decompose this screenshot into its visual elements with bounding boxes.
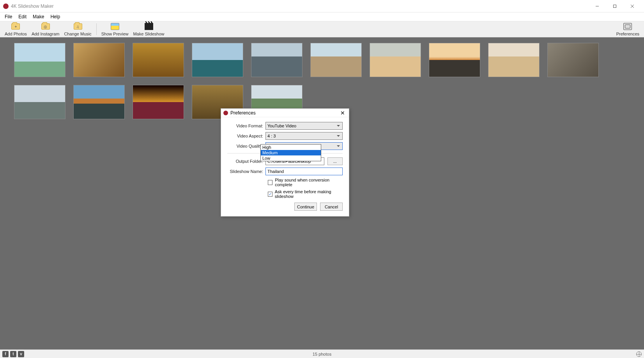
- dialog-app-icon: [223, 111, 228, 115]
- video-format-value: YouTube Video: [267, 123, 296, 128]
- preferences-dialog: Preferences ✕ Video Format: YouTube Vide…: [221, 108, 349, 217]
- folder-instagram-icon: ◎: [41, 22, 51, 31]
- make-slideshow-button[interactable]: Make Slideshow: [131, 21, 166, 37]
- clapperboard-icon: [144, 22, 154, 31]
- video-aspect-label: Video Aspect:: [227, 134, 265, 138]
- window-controls: [588, 0, 641, 12]
- facebook-icon[interactable]: f: [2, 351, 9, 357]
- video-aspect-value: 4 : 3: [267, 134, 276, 138]
- add-photos-button[interactable]: + Add Photos: [2, 21, 29, 37]
- menubar: File Edit Make Help: [0, 12, 644, 21]
- ask-every-time-checkbox[interactable]: ✓: [268, 192, 272, 197]
- quality-option-medium[interactable]: Medium: [261, 150, 321, 155]
- quality-option-high[interactable]: High: [261, 145, 321, 150]
- change-music-button[interactable]: ♫ Change Music: [62, 21, 94, 37]
- continue-button[interactable]: Continue: [294, 203, 317, 211]
- cancel-button[interactable]: Cancel: [320, 203, 343, 211]
- make-slideshow-label: Make Slideshow: [133, 32, 164, 36]
- titlebar: 4K Slideshow Maker: [0, 0, 644, 12]
- preview-icon: [110, 22, 120, 31]
- thumbnail[interactable]: [133, 85, 184, 119]
- preferences-label: Preferences: [616, 32, 639, 36]
- video-quality-dropdown: High Medium Low: [260, 144, 321, 161]
- thumbnail[interactable]: [73, 43, 125, 77]
- thumbnail[interactable]: [251, 43, 303, 77]
- show-preview-button[interactable]: Show Preview: [99, 21, 131, 37]
- play-sound-checkbox-label: Play sound when conversion complete: [275, 178, 343, 187]
- dialog-close-button[interactable]: ✕: [339, 110, 347, 116]
- change-music-label: Change Music: [64, 32, 91, 36]
- video-quality-label: Video Quality:: [227, 144, 265, 148]
- thumbnail[interactable]: [73, 85, 125, 119]
- menu-make[interactable]: Make: [30, 13, 47, 20]
- globe-icon[interactable]: [636, 351, 642, 357]
- slideshow-name-input[interactable]: [265, 168, 343, 175]
- slideshow-name-label: Slideshow Name:: [227, 169, 265, 174]
- app-icon: [3, 4, 9, 9]
- menu-file[interactable]: File: [2, 13, 15, 20]
- thumbnail[interactable]: [370, 43, 421, 77]
- dialog-titlebar: Preferences ✕: [221, 109, 349, 117]
- menu-edit[interactable]: Edit: [15, 13, 30, 20]
- thumbnail[interactable]: [488, 43, 540, 77]
- thumbnail[interactable]: [133, 43, 184, 77]
- dialog-title: Preferences: [230, 110, 256, 116]
- play-sound-checkbox[interactable]: [268, 180, 272, 185]
- quality-option-low[interactable]: Low: [261, 155, 321, 161]
- maximize-button[interactable]: [606, 0, 623, 12]
- social-links: f t v: [2, 351, 24, 357]
- add-instagram-label: Add Instagram: [32, 32, 60, 36]
- video-format-select[interactable]: YouTube Video: [265, 122, 343, 130]
- minimize-button[interactable]: [588, 0, 606, 12]
- show-preview-label: Show Preview: [101, 32, 129, 36]
- status-text: 15 photos: [313, 352, 331, 356]
- output-folder-browse-button[interactable]: ...: [327, 157, 343, 165]
- menu-help[interactable]: Help: [47, 13, 63, 20]
- video-format-label: Video Format:: [227, 123, 265, 128]
- close-button[interactable]: [623, 0, 641, 12]
- thumbnail[interactable]: [14, 85, 65, 119]
- output-folder-label: Output Folder:: [227, 159, 265, 164]
- svg-rect-1: [613, 5, 616, 7]
- app-title: 4K Slideshow Maker: [11, 4, 53, 9]
- vimeo-icon[interactable]: v: [18, 351, 24, 357]
- preferences-icon: [623, 22, 633, 31]
- toolbar-separator: [96, 23, 97, 35]
- add-instagram-button[interactable]: ◎ Add Instagram: [29, 21, 62, 37]
- add-photos-label: Add Photos: [5, 32, 27, 36]
- twitter-icon[interactable]: t: [10, 351, 16, 357]
- thumbnail[interactable]: [14, 43, 65, 77]
- thumbnail[interactable]: [310, 43, 362, 77]
- video-aspect-select[interactable]: 4 : 3: [265, 132, 343, 140]
- toolbar: + Add Photos ◎ Add Instagram ♫ Change Mu…: [0, 21, 644, 37]
- thumbnail[interactable]: [192, 43, 243, 77]
- preferences-button[interactable]: Preferences: [614, 21, 642, 37]
- statusbar: f t v 15 photos: [0, 349, 644, 358]
- thumbnail[interactable]: [547, 43, 599, 77]
- ask-every-time-checkbox-label: Ask every time before making slideshow: [275, 189, 343, 199]
- folder-music-icon: ♫: [73, 22, 83, 31]
- thumbnail[interactable]: [429, 43, 480, 77]
- folder-plus-icon: +: [11, 22, 21, 31]
